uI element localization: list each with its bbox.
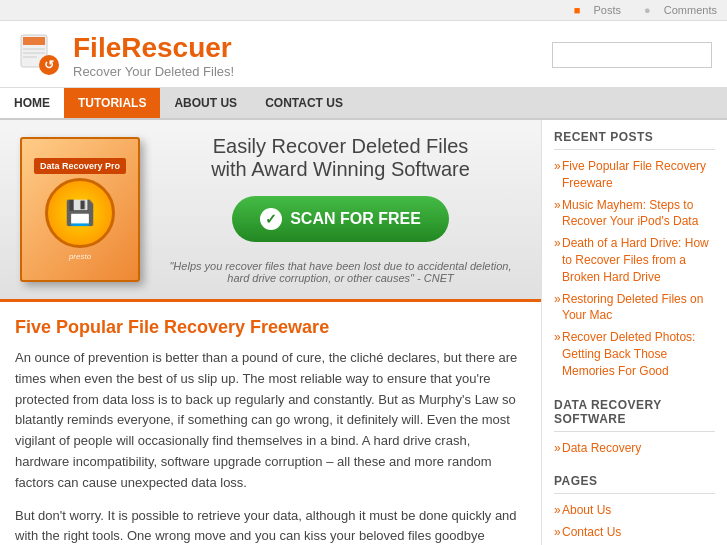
sidebar-recent-post-1[interactable]: Five Popular File Recovery Freeware (554, 158, 715, 192)
comments-link[interactable]: ● Comments (634, 4, 717, 16)
nav-item-contact[interactable]: CONTACT US (251, 88, 357, 118)
comments-label: Comments (664, 4, 717, 16)
main-nav: HOME TUTORIALS ABOUT US CONTACT US (0, 88, 727, 120)
posts-label: Posts (594, 4, 622, 16)
nav-item-about[interactable]: ABOUT US (160, 88, 251, 118)
sidebar-pages: PAGES About Us Contact Us Disclaimer Pri… (554, 474, 715, 545)
article: Five Popular File Recovery Freeware An o… (15, 317, 526, 545)
promo-banner: Data Recovery Pro 💾 presto Easily Recove… (0, 120, 541, 302)
site-title: FileRescuer (73, 32, 234, 64)
scan-button-label: SCAN FOR FREE (290, 210, 421, 228)
sidebar-data-recovery-link-1[interactable]: Data Recovery (554, 440, 715, 457)
check-icon: ✓ (260, 208, 282, 230)
sidebar-recent-post-4[interactable]: Restoring Deleted Files on Your Mac (554, 291, 715, 325)
sidebar-data-recovery: DATA RECOVERY SOFTWARE Data Recovery (554, 398, 715, 457)
article-body: An ounce of prevention is better than a … (15, 348, 526, 545)
sidebar-recent-post-5[interactable]: Recover Deleted Photos: Getting Back Tho… (554, 329, 715, 379)
article-paragraph-1: An ounce of prevention is better than a … (15, 348, 526, 494)
article-title: Five Popular File Recovery Freeware (15, 317, 526, 338)
recent-posts-title: RECENT POSTS (554, 130, 715, 150)
main-container: Data Recovery Pro 💾 presto Easily Recove… (0, 120, 727, 545)
rss-feed-link[interactable]: ■ Posts (564, 4, 624, 16)
top-bar: ■ Posts ● Comments (0, 0, 727, 21)
article-paragraph-2: But don't worry. It is possible to retri… (15, 506, 526, 545)
sidebar-recent-posts: RECENT POSTS Five Popular File Recovery … (554, 130, 715, 380)
comment-icon: ● (644, 4, 651, 16)
banner-content: Easily Recover Deleted Files with Award … (160, 135, 521, 284)
logo-text: FileRescuer Recover Your Deleted Files! (73, 32, 234, 79)
sidebar-recent-post-2[interactable]: Music Mayhem: Steps to Recover Your iPod… (554, 197, 715, 231)
svg-rect-1 (23, 37, 45, 45)
search-input[interactable] (552, 42, 712, 68)
main-content: Data Recovery Pro 💾 presto Easily Recove… (0, 120, 542, 545)
svg-text:↺: ↺ (44, 58, 54, 72)
nav-item-home[interactable]: HOME (0, 88, 64, 118)
nav-item-tutorials[interactable]: TUTORIALS (64, 88, 160, 118)
site-header: ↺ FileRescuer Recover Your Deleted Files… (0, 21, 727, 88)
logo-area: ↺ FileRescuer Recover Your Deleted Files… (15, 31, 234, 79)
scan-button[interactable]: ✓ SCAN FOR FREE (232, 196, 449, 242)
feed-icon: ■ (574, 4, 581, 16)
product-box: Data Recovery Pro 💾 presto (20, 137, 140, 282)
logo-icon: ↺ (15, 31, 63, 79)
sidebar-page-about[interactable]: About Us (554, 502, 715, 519)
banner-headline: Easily Recover Deleted Files with Award … (160, 135, 521, 181)
sidebar-page-contact[interactable]: Contact Us (554, 524, 715, 541)
sidebar-recent-post-3[interactable]: Death of a Hard Drive: How to Recover Fi… (554, 235, 715, 285)
data-recovery-title: DATA RECOVERY SOFTWARE (554, 398, 715, 432)
sidebar: RECENT POSTS Five Popular File Recovery … (542, 120, 727, 545)
banner-quote: "Helps you recover files that have been … (160, 260, 521, 284)
pages-title: PAGES (554, 474, 715, 494)
site-tagline: Recover Your Deleted Files! (73, 64, 234, 79)
